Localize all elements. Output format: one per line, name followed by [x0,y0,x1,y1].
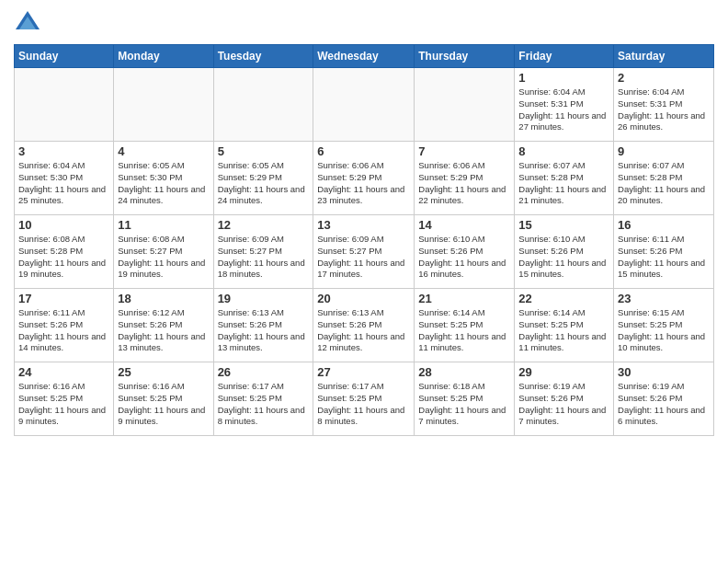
day-cell: 23Sunrise: 6:15 AM Sunset: 5:25 PM Dayli… [614,289,714,362]
day-info: Sunrise: 6:12 AM Sunset: 5:26 PM Dayligh… [118,307,209,354]
day-cell: 5Sunrise: 6:05 AM Sunset: 5:29 PM Daylig… [213,142,313,215]
day-info: Sunrise: 6:14 AM Sunset: 5:25 PM Dayligh… [518,307,609,354]
day-number: 26 [218,365,310,379]
day-number: 9 [618,144,710,158]
day-info: Sunrise: 6:04 AM Sunset: 5:31 PM Dayligh… [618,86,710,133]
weekday-header-thursday: Thursday [415,45,515,68]
day-cell: 12Sunrise: 6:09 AM Sunset: 5:27 PM Dayli… [213,215,313,289]
day-number: 5 [218,144,310,158]
logo [14,9,45,37]
week-row-5: 24Sunrise: 6:16 AM Sunset: 5:25 PM Dayli… [15,362,714,436]
day-info: Sunrise: 6:15 AM Sunset: 5:25 PM Dayligh… [618,307,710,354]
day-cell: 25Sunrise: 6:16 AM Sunset: 5:25 PM Dayli… [114,362,213,436]
day-info: Sunrise: 6:09 AM Sunset: 5:27 PM Dayligh… [218,234,310,281]
day-number: 15 [518,218,609,232]
day-number: 24 [18,365,109,379]
day-cell: 9Sunrise: 6:07 AM Sunset: 5:28 PM Daylig… [614,142,714,215]
day-cell: 3Sunrise: 6:04 AM Sunset: 5:30 PM Daylig… [15,142,114,215]
day-cell [213,68,313,142]
day-cell: 30Sunrise: 6:19 AM Sunset: 5:26 PM Dayli… [614,362,714,436]
page-container: SundayMondayTuesdayWednesdayThursdayFrid… [0,0,728,445]
day-number: 3 [18,144,109,158]
day-info: Sunrise: 6:17 AM Sunset: 5:25 PM Dayligh… [218,381,310,428]
day-number: 6 [317,144,410,158]
day-cell: 10Sunrise: 6:08 AM Sunset: 5:28 PM Dayli… [15,215,114,289]
day-number: 8 [518,144,609,158]
day-info: Sunrise: 6:18 AM Sunset: 5:25 PM Dayligh… [418,381,510,428]
day-info: Sunrise: 6:19 AM Sunset: 5:26 PM Dayligh… [518,381,609,428]
day-number: 12 [218,218,310,232]
day-cell: 8Sunrise: 6:07 AM Sunset: 5:28 PM Daylig… [515,142,614,215]
weekday-header-saturday: Saturday [614,45,714,68]
day-cell: 18Sunrise: 6:12 AM Sunset: 5:26 PM Dayli… [114,289,213,362]
day-number: 13 [317,218,410,232]
day-cell: 15Sunrise: 6:10 AM Sunset: 5:26 PM Dayli… [515,215,614,289]
day-info: Sunrise: 6:09 AM Sunset: 5:27 PM Dayligh… [317,234,410,281]
day-cell: 11Sunrise: 6:08 AM Sunset: 5:27 PM Dayli… [114,215,213,289]
week-row-1: 1Sunrise: 6:04 AM Sunset: 5:31 PM Daylig… [15,68,714,142]
day-number: 25 [118,365,209,379]
day-number: 23 [618,292,710,305]
day-info: Sunrise: 6:13 AM Sunset: 5:26 PM Dayligh… [218,307,310,354]
day-info: Sunrise: 6:10 AM Sunset: 5:26 PM Dayligh… [418,234,510,281]
day-cell: 19Sunrise: 6:13 AM Sunset: 5:26 PM Dayli… [213,289,313,362]
day-info: Sunrise: 6:07 AM Sunset: 5:28 PM Dayligh… [518,160,609,207]
day-number: 27 [317,365,410,379]
day-cell: 28Sunrise: 6:18 AM Sunset: 5:25 PM Dayli… [415,362,515,436]
week-row-2: 3Sunrise: 6:04 AM Sunset: 5:30 PM Daylig… [15,142,714,215]
day-cell: 22Sunrise: 6:14 AM Sunset: 5:25 PM Dayli… [515,289,614,362]
day-number: 7 [418,144,510,158]
day-info: Sunrise: 6:05 AM Sunset: 5:29 PM Dayligh… [218,160,310,207]
day-info: Sunrise: 6:05 AM Sunset: 5:30 PM Dayligh… [118,160,209,207]
day-info: Sunrise: 6:17 AM Sunset: 5:25 PM Dayligh… [317,381,410,428]
day-cell: 14Sunrise: 6:10 AM Sunset: 5:26 PM Dayli… [415,215,515,289]
day-cell [313,68,415,142]
day-info: Sunrise: 6:04 AM Sunset: 5:31 PM Dayligh… [518,86,609,133]
day-number: 10 [18,218,109,232]
logo-icon [14,9,41,37]
day-info: Sunrise: 6:16 AM Sunset: 5:25 PM Dayligh… [18,381,109,428]
header [14,9,714,37]
weekday-header-tuesday: Tuesday [213,45,313,68]
day-info: Sunrise: 6:11 AM Sunset: 5:26 PM Dayligh… [618,234,710,281]
day-cell: 6Sunrise: 6:06 AM Sunset: 5:29 PM Daylig… [313,142,415,215]
day-info: Sunrise: 6:07 AM Sunset: 5:28 PM Dayligh… [618,160,710,207]
week-row-4: 17Sunrise: 6:11 AM Sunset: 5:26 PM Dayli… [15,289,714,362]
day-number: 30 [618,365,710,379]
day-cell: 7Sunrise: 6:06 AM Sunset: 5:29 PM Daylig… [415,142,515,215]
day-cell: 24Sunrise: 6:16 AM Sunset: 5:25 PM Dayli… [15,362,114,436]
day-number: 19 [218,292,310,305]
day-number: 14 [418,218,510,232]
day-number: 11 [118,218,209,232]
day-cell: 27Sunrise: 6:17 AM Sunset: 5:25 PM Dayli… [313,362,415,436]
day-info: Sunrise: 6:14 AM Sunset: 5:25 PM Dayligh… [418,307,510,354]
day-info: Sunrise: 6:06 AM Sunset: 5:29 PM Dayligh… [418,160,510,207]
day-cell [15,68,114,142]
weekday-header-row: SundayMondayTuesdayWednesdayThursdayFrid… [15,45,714,68]
day-cell: 1Sunrise: 6:04 AM Sunset: 5:31 PM Daylig… [515,68,614,142]
day-cell: 17Sunrise: 6:11 AM Sunset: 5:26 PM Dayli… [15,289,114,362]
day-cell [415,68,515,142]
day-info: Sunrise: 6:19 AM Sunset: 5:26 PM Dayligh… [618,381,710,428]
weekday-header-friday: Friday [515,45,614,68]
weekday-header-sunday: Sunday [15,45,114,68]
day-info: Sunrise: 6:10 AM Sunset: 5:26 PM Dayligh… [518,234,609,281]
day-number: 28 [418,365,510,379]
day-number: 21 [418,292,510,305]
day-cell [114,68,213,142]
day-cell: 20Sunrise: 6:13 AM Sunset: 5:26 PM Dayli… [313,289,415,362]
day-info: Sunrise: 6:06 AM Sunset: 5:29 PM Dayligh… [317,160,410,207]
day-cell: 21Sunrise: 6:14 AM Sunset: 5:25 PM Dayli… [415,289,515,362]
day-info: Sunrise: 6:16 AM Sunset: 5:25 PM Dayligh… [118,381,209,428]
day-cell: 26Sunrise: 6:17 AM Sunset: 5:25 PM Dayli… [213,362,313,436]
day-cell: 13Sunrise: 6:09 AM Sunset: 5:27 PM Dayli… [313,215,415,289]
day-number: 1 [518,71,609,85]
day-info: Sunrise: 6:08 AM Sunset: 5:27 PM Dayligh… [118,234,209,281]
calendar-table: SundayMondayTuesdayWednesdayThursdayFrid… [14,44,714,436]
weekday-header-monday: Monday [114,45,213,68]
day-number: 20 [317,292,410,305]
day-info: Sunrise: 6:13 AM Sunset: 5:26 PM Dayligh… [317,307,410,354]
day-number: 29 [518,365,609,379]
day-number: 4 [118,144,209,158]
day-number: 22 [518,292,609,305]
